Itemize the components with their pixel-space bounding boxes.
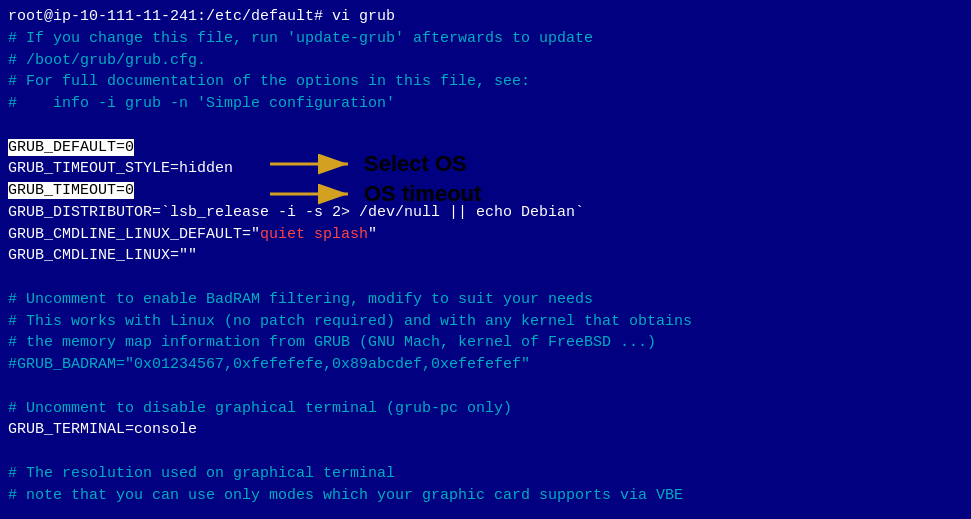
grub-distributor-line: GRUB_DISTRIBUTOR=`lsb_release -i -s 2> /… — [8, 202, 963, 224]
grub-cmdline-line: GRUB_CMDLINE_LINUX="" — [8, 245, 963, 267]
grub-default-line: GRUB_DEFAULT=0 — [8, 137, 963, 159]
comment-line-1: # If you change this file, run 'update-g… — [8, 28, 963, 50]
comment-line-3: # For full documentation of the options … — [8, 71, 963, 93]
prompt-line: root@ip-10-111-11-241:/etc/default# vi g… — [8, 6, 963, 28]
os-timeout-annotation: OS timeout — [270, 178, 481, 210]
grub-cmdline-default-line: GRUB_CMDLINE_LINUX_DEFAULT="quiet splash… — [8, 224, 963, 246]
grub-timeout-style-line: GRUB_TIMEOUT_STYLE=hidden — [8, 158, 963, 180]
blank-line-3 — [8, 376, 963, 398]
os-timeout-label: OS timeout — [364, 178, 481, 210]
blank-line-4 — [8, 441, 963, 463]
blank-line-2 — [8, 267, 963, 289]
comment-line-2: # /boot/grub/grub.cfg. — [8, 50, 963, 72]
blank-line-1 — [8, 115, 963, 137]
grub-timeout-line: GRUB_TIMEOUT=0 — [8, 180, 963, 202]
select-os-annotation: Select OS — [270, 148, 467, 180]
terminal-window: root@ip-10-111-11-241:/etc/default# vi g… — [0, 0, 971, 519]
os-timeout-arrow-icon — [270, 179, 360, 209]
comment-terminal-1: # Uncomment to disable graphical termina… — [8, 398, 963, 420]
comment-resolution-2: # note that you can use only modes which… — [8, 485, 963, 507]
select-os-arrow-icon — [270, 149, 360, 179]
comment-badram-2: # This works with Linux (no patch requir… — [8, 311, 963, 333]
grub-terminal-line: GRUB_TERMINAL=console — [8, 419, 963, 441]
quiet-splash-text: quiet splash — [260, 226, 368, 243]
comment-badram-1: # Uncomment to enable BadRAM filtering, … — [8, 289, 963, 311]
comment-badram-4: #GRUB_BADRAM="0x01234567,0xfefefefe,0x89… — [8, 354, 963, 376]
grub-timeout-highlight: GRUB_TIMEOUT=0 — [8, 182, 134, 199]
comment-badram-3: # the memory map information from GRUB (… — [8, 332, 963, 354]
comment-line-4: # info -i grub -n 'Simple configuration' — [8, 93, 963, 115]
grub-default-highlight: GRUB_DEFAULT=0 — [8, 139, 134, 156]
select-os-label: Select OS — [364, 148, 467, 180]
comment-resolution-1: # The resolution used on graphical termi… — [8, 463, 963, 485]
